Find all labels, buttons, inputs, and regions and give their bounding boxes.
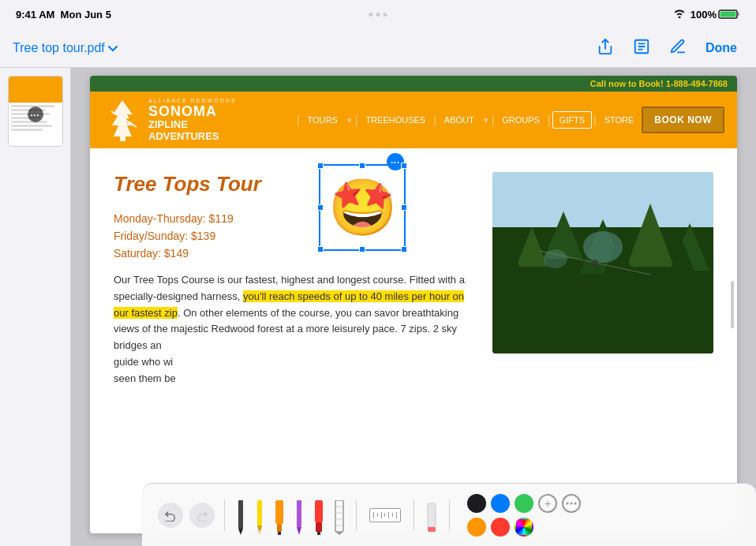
svg-rect-4	[120, 136, 125, 141]
markup-toolbar: +	[142, 483, 756, 546]
color-blue[interactable]	[491, 494, 510, 513]
eraser-tool[interactable]	[424, 496, 440, 535]
emoji-symbol: 🤩	[328, 175, 397, 240]
pencil-button[interactable]	[663, 35, 693, 61]
svg-marker-39	[335, 532, 343, 535]
color-multicolor[interactable]	[515, 518, 533, 537]
highlighter-tool[interactable]	[312, 496, 326, 535]
pencil-tool[interactable]	[253, 496, 266, 535]
more-colors-button[interactable]	[562, 494, 581, 513]
redo-button[interactable]	[189, 503, 215, 528]
svg-rect-34	[335, 500, 343, 532]
tool-separator-2	[356, 499, 357, 531]
svg-marker-25	[258, 530, 261, 535]
status-time: 9:41 AM Mon Jun 5	[16, 9, 111, 21]
svg-point-20	[592, 260, 598, 266]
price-mon-thu: Monday-Thursday: $119	[114, 212, 477, 225]
color-black[interactable]	[467, 494, 486, 513]
site-top-bar: Call now to Book! 1-888-494-7868	[90, 76, 737, 92]
resize-handle-mb[interactable]	[359, 246, 365, 252]
thumbnail-panel: •••	[0, 68, 71, 546]
svg-rect-28	[278, 532, 281, 535]
pdf-area: Call now to Book! 1-888-494-7868	[71, 68, 756, 546]
tour-title: Tree Tops Tour	[114, 172, 477, 196]
nav-tours[interactable]: TOURS	[301, 110, 344, 129]
color-section: +	[467, 494, 581, 537]
logo-text: ALLIANCE REDWOODS SONOMA ZIPLINE ADVENTU…	[148, 98, 237, 142]
color-green[interactable]	[515, 494, 533, 513]
crayon-tool[interactable]	[293, 496, 305, 535]
resize-handle-mr[interactable]	[401, 204, 407, 211]
nav-about[interactable]: ABOUT	[438, 110, 481, 129]
battery-icon: 100%	[691, 9, 740, 21]
svg-rect-1	[720, 12, 736, 17]
tool-separator-1	[224, 499, 225, 531]
markup-button[interactable]	[627, 35, 657, 61]
emoji-sticker[interactable]: ••• 🤩	[319, 164, 406, 251]
forest-image	[492, 172, 713, 353]
resize-handle-ml[interactable]	[317, 204, 324, 211]
nav-groups[interactable]: GROUPS	[496, 110, 546, 129]
price-sat: Saturday: $149	[114, 247, 477, 260]
svg-rect-2	[738, 13, 740, 16]
site-nav-links: | TOURS ▼ | TREEHOUSES | ABOUT ▼ | GROUP…	[253, 107, 724, 133]
svg-rect-26	[275, 500, 283, 524]
toolbar: Tree top tour.pdf Done	[0, 28, 756, 68]
status-right: 100%	[673, 9, 740, 21]
tour-description: Our Tree Tops Course is our fastest, hig…	[114, 272, 477, 387]
site-nav: ALLIANCE REDWOODS SONOMA ZIPLINE ADVENTU…	[90, 92, 737, 148]
resize-handle-tr[interactable]	[401, 163, 407, 169]
ruler-tool[interactable]	[366, 505, 404, 525]
share-button[interactable]	[590, 35, 620, 61]
book-now-button[interactable]: BOOK NOW	[642, 107, 724, 133]
color-orange[interactable]	[467, 518, 486, 537]
pdf-left-column: Tree Tops Tour Monday-Thursday: $119 Fri…	[114, 172, 477, 387]
pdf-right-column	[492, 172, 713, 387]
resize-handle-tl[interactable]	[317, 163, 324, 169]
resize-handle-br[interactable]	[401, 246, 407, 252]
done-button[interactable]: Done	[699, 38, 743, 58]
add-color-button[interactable]: +	[538, 494, 557, 513]
document-title[interactable]: Tree top tour.pdf	[13, 41, 118, 55]
logo-icon	[103, 96, 142, 144]
striped-tool[interactable]	[332, 496, 346, 535]
svg-rect-40	[428, 503, 436, 527]
thumbnail-menu[interactable]: •••	[28, 107, 43, 122]
marker-tool[interactable]	[272, 496, 286, 535]
svg-rect-31	[315, 500, 323, 522]
scroll-indicator[interactable]	[731, 281, 734, 328]
tool-separator-4	[449, 499, 450, 531]
pdf-page: Call now to Book! 1-888-494-7868	[90, 76, 737, 533]
pricing-section: Monday-Thursday: $119 Friday/Sunday: $13…	[114, 212, 477, 260]
svg-point-43	[571, 502, 573, 504]
svg-rect-32	[316, 522, 322, 532]
site-logo: ALLIANCE REDWOODS SONOMA ZIPLINE ADVENTU…	[103, 96, 237, 144]
color-row-bottom	[467, 518, 581, 537]
color-row-top: +	[467, 494, 581, 513]
svg-point-44	[574, 502, 577, 504]
resize-handle-bl[interactable]	[317, 246, 324, 252]
undo-button[interactable]	[158, 503, 183, 528]
wifi-icon	[673, 9, 686, 21]
nav-gifts[interactable]: GIFTS	[552, 111, 592, 129]
svg-rect-41	[428, 527, 436, 532]
svg-rect-23	[257, 500, 262, 525]
resize-handle-mt[interactable]	[359, 163, 365, 169]
page-thumbnail[interactable]: •••	[8, 76, 63, 147]
nav-store[interactable]: STORE	[598, 110, 641, 129]
pen-tool[interactable]	[234, 496, 247, 535]
nav-treehouses[interactable]: TREEHOUSES	[359, 110, 432, 129]
status-bar: 9:41 AM Mon Jun 5 100%	[0, 0, 756, 28]
svg-point-42	[567, 502, 569, 504]
pdf-body: ••• 🤩 Tree Tops Tour Monday-Thursday:	[90, 148, 737, 403]
svg-point-17	[583, 231, 623, 263]
tool-separator-3	[414, 499, 414, 531]
price-fri-sun: Friday/Sunday: $139	[114, 230, 477, 242]
svg-rect-33	[317, 532, 320, 535]
svg-marker-30	[297, 527, 301, 535]
svg-rect-21	[238, 500, 243, 529]
color-red[interactable]	[491, 518, 510, 537]
dropdown-chevron-icon[interactable]	[108, 41, 118, 55]
svg-marker-22	[238, 529, 243, 535]
status-center-dots	[369, 13, 387, 17]
